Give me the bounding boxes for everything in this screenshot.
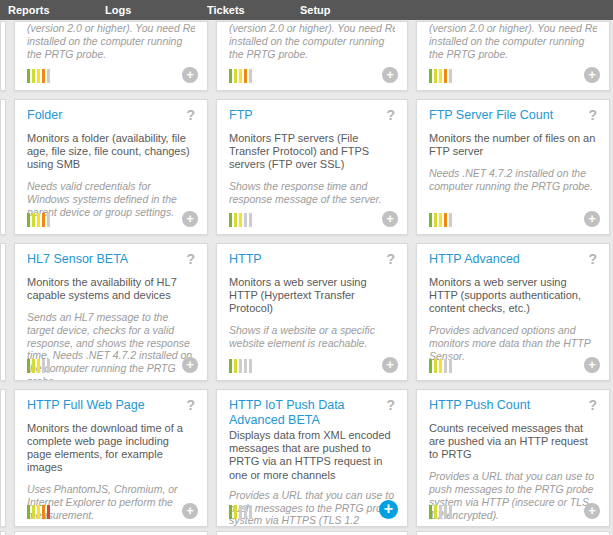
nav-item-tickets[interactable]: Tickets xyxy=(207,4,300,16)
nav-item-setup[interactable]: Setup xyxy=(300,4,331,16)
sensor-description: Monitors FTP servers (File Transfer Prot… xyxy=(229,132,395,172)
sensor-note: installed on the computer running the PR… xyxy=(229,35,395,61)
next-row-card-edges xyxy=(0,531,613,535)
speed-rating-icon xyxy=(229,213,252,227)
sensor-note: Shows the response time and response mes… xyxy=(229,180,395,206)
card-edge-bottom xyxy=(416,531,610,535)
speed-rating-icon xyxy=(429,359,452,373)
sensor-description: Monitors the download time of a complete… xyxy=(27,422,195,475)
sensor-description: Counts received messages that are pushed… xyxy=(429,422,597,462)
add-sensor-button[interactable]: + xyxy=(382,357,398,373)
sensor-title[interactable]: HTTP xyxy=(229,252,266,267)
sensor-title[interactable]: FTP Server File Count xyxy=(429,108,557,123)
card-edge-bottom xyxy=(0,531,6,535)
add-sensor-button[interactable]: + xyxy=(584,503,600,519)
sensor-title[interactable]: HTTP Advanced xyxy=(429,252,524,267)
add-sensor-button[interactable]: + xyxy=(182,357,198,373)
add-sensor-button[interactable]: + xyxy=(382,67,398,83)
help-icon[interactable]: ? xyxy=(588,398,597,412)
sensor-card-clipped: (version 2.0 or higher). You need Remote… xyxy=(416,21,610,91)
help-icon[interactable]: ? xyxy=(386,398,395,412)
sensor-note-clipped: (version 2.0 or higher). You need Remote… xyxy=(229,22,395,35)
card-edge-left xyxy=(0,21,6,91)
add-sensor-button[interactable]: + xyxy=(182,211,198,227)
sensor-title[interactable]: HTTP Full Web Page xyxy=(27,398,149,413)
speed-rating-icon xyxy=(429,505,452,519)
sensor-card-http-iot-push-data-advanced: HTTP IoT Push Data Advanced BETA ? Displ… xyxy=(216,389,408,527)
add-sensor-button-highlighted[interactable]: + xyxy=(379,500,398,519)
sensor-note: Shows if a website or a specific website… xyxy=(229,324,395,350)
card-edge-left xyxy=(0,99,6,235)
sensor-description: Monitors a web server using HTTP (suppor… xyxy=(429,276,597,316)
add-sensor-button[interactable]: + xyxy=(382,211,398,227)
sensor-title[interactable]: FTP xyxy=(229,108,257,123)
sensor-title[interactable]: HL7 Sensor BETA xyxy=(27,252,132,267)
sensor-card-clipped: (version 2.0 or higher). You need Remote… xyxy=(14,21,208,91)
sensor-title[interactable]: HTTP Push Count xyxy=(429,398,534,413)
sensor-note-clipped: (version 2.0 or higher). You need Remote… xyxy=(429,22,597,35)
add-sensor-button[interactable]: + xyxy=(182,503,198,519)
top-navbar: Reports Logs Tickets Setup xyxy=(0,0,613,20)
sensor-description: Monitors a web server using HTTP (Hypert… xyxy=(229,276,395,316)
add-sensor-button[interactable]: + xyxy=(182,67,198,83)
speed-rating-icon xyxy=(27,505,50,519)
sensor-card-http-advanced: HTTP Advanced ? Monitors a web server us… xyxy=(416,243,610,381)
sensor-description: Displays data from XML encoded messages … xyxy=(229,429,395,482)
sensor-card-http-full-web-page: HTTP Full Web Page ? Monitors the downlo… xyxy=(14,389,208,527)
speed-rating-icon xyxy=(229,359,252,373)
help-icon[interactable]: ? xyxy=(186,108,195,122)
speed-rating-icon xyxy=(27,69,50,83)
sensor-card-ftp: FTP ? Monitors FTP servers (File Transfe… xyxy=(216,99,408,235)
card-edge-left xyxy=(0,389,6,527)
speed-rating-icon xyxy=(27,359,50,373)
card-edge-left xyxy=(0,243,6,381)
add-sensor-button[interactable]: + xyxy=(584,211,600,227)
add-sensor-button[interactable]: + xyxy=(584,67,600,83)
help-icon[interactable]: ? xyxy=(588,252,597,266)
sensor-note: installed on the computer running the PR… xyxy=(429,35,597,61)
add-sensor-button[interactable]: + xyxy=(584,357,600,373)
sensor-description: Monitors the number of files on an FTP s… xyxy=(429,132,597,158)
sensor-card-hl7: HL7 Sensor BETA ? Monitors the availabil… xyxy=(14,243,208,381)
sensor-card-grid: (version 2.0 or higher). You need Remote… xyxy=(0,20,613,527)
sensor-description: Monitors the availability of HL7 capable… xyxy=(27,276,195,302)
help-icon[interactable]: ? xyxy=(186,252,195,266)
sensor-card-http: HTTP ? Monitors a web server using HTTP … xyxy=(216,243,408,381)
sensor-title[interactable]: HTTP IoT Push Data Advanced BETA xyxy=(229,398,386,427)
help-icon[interactable]: ? xyxy=(386,108,395,122)
sensor-card-http-push-count: HTTP Push Count ? Counts received messag… xyxy=(416,389,610,527)
nav-item-reports[interactable]: Reports xyxy=(8,4,105,16)
sensor-description: Monitors a folder (availability, file ag… xyxy=(27,132,195,172)
card-edge-bottom xyxy=(216,531,408,535)
help-icon[interactable]: ? xyxy=(588,108,597,122)
sensor-note: Needs .NET 4.7.2 installed on the comput… xyxy=(429,167,597,193)
sensor-card-clipped: (version 2.0 or higher). You need Remote… xyxy=(216,21,408,91)
speed-rating-icon xyxy=(229,505,252,519)
sensor-card-folder: Folder ? Monitors a folder (availability… xyxy=(14,99,208,235)
speed-rating-icon xyxy=(429,213,452,227)
help-icon[interactable]: ? xyxy=(386,252,395,266)
sensor-title[interactable]: Folder xyxy=(27,108,66,123)
speed-rating-icon xyxy=(27,213,50,227)
speed-rating-icon xyxy=(429,69,452,83)
speed-rating-icon xyxy=(229,69,252,83)
sensor-note-clipped: (version 2.0 or higher). You need Remote… xyxy=(27,22,195,35)
sensor-note: installed on the computer running the PR… xyxy=(27,35,195,61)
nav-item-logs[interactable]: Logs xyxy=(105,4,207,16)
sensor-card-ftp-server-file-count: FTP Server File Count ? Monitors the num… xyxy=(416,99,610,235)
card-edge-bottom xyxy=(14,531,208,535)
help-icon[interactable]: ? xyxy=(186,398,195,412)
